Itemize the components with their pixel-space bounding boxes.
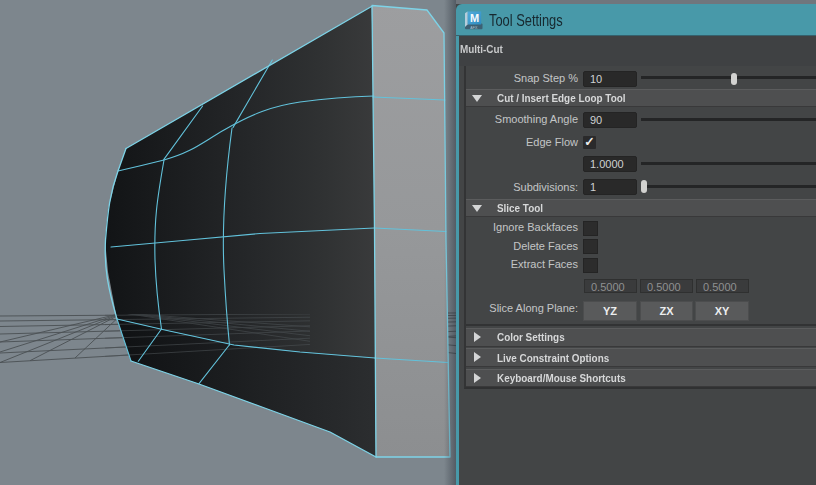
svg-text:M: M [470,12,479,24]
svg-text:AFX: AFX [470,26,478,30]
